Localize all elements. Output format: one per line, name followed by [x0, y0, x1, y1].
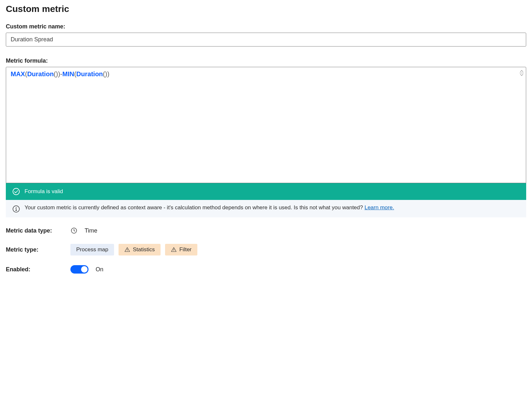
enabled-toggle[interactable]	[70, 265, 89, 274]
learn-more-link[interactable]: Learn more.	[364, 204, 394, 211]
metric-name-input[interactable]	[6, 33, 526, 47]
token-paren: ()	[54, 70, 58, 78]
formula-section: Metric formula: MAX(Duration())-MIN(Dura…	[6, 57, 526, 217]
enabled-row: Enabled: On	[6, 265, 526, 274]
status-text: Formula is valid	[25, 188, 63, 195]
formula-editor[interactable]: MAX(Duration())-MIN(Duration())	[6, 67, 526, 183]
info-icon	[12, 205, 20, 213]
enabled-label: Enabled:	[6, 266, 70, 273]
data-type-row: Metric data type: Time	[6, 227, 526, 234]
metric-type-row: Metric type: Process map Statistics Filt…	[6, 244, 526, 255]
toggle-knob	[81, 266, 88, 273]
warning-icon	[124, 247, 130, 253]
chip-filter[interactable]: Filter	[165, 244, 197, 255]
token-func-min: MIN	[62, 70, 74, 78]
svg-point-0	[13, 188, 19, 195]
metric-type-label: Metric type:	[6, 246, 70, 253]
svg-point-5	[127, 251, 128, 251]
chip-label: Statistics	[133, 246, 155, 253]
svg-point-7	[173, 251, 174, 251]
enabled-text: On	[96, 266, 103, 273]
data-type-value: Time	[85, 227, 97, 234]
token-ident-duration: Duration	[76, 70, 103, 78]
name-section: Custom metric name:	[6, 23, 526, 47]
formula-content: MAX(Duration())-MIN(Duration())	[11, 70, 521, 78]
info-bar: Your custom metric is currently defined …	[6, 200, 526, 217]
formula-label: Metric formula:	[6, 57, 526, 64]
token-paren: ()	[103, 70, 107, 78]
chip-label: Process map	[76, 246, 108, 253]
chip-label: Filter	[179, 246, 192, 253]
chip-process-map[interactable]: Process map	[70, 244, 114, 255]
metric-type-chips: Process map Statistics Filter	[70, 244, 197, 255]
token-op-minus: -	[60, 70, 62, 78]
svg-point-2	[16, 207, 16, 208]
data-type-label: Metric data type:	[6, 227, 70, 234]
info-text-wrap: Your custom metric is currently defined …	[25, 204, 394, 211]
check-circle-icon	[12, 188, 20, 195]
status-bar: Formula is valid	[6, 183, 526, 200]
resize-handle-icon[interactable]	[519, 70, 524, 77]
chip-statistics[interactable]: Statistics	[119, 244, 161, 255]
clock-icon	[70, 227, 78, 234]
info-text: Your custom metric is currently defined …	[25, 204, 363, 211]
token-paren: )	[107, 70, 110, 78]
token-ident-duration: Duration	[27, 70, 54, 78]
page-title: Custom metric	[6, 4, 526, 14]
name-label: Custom metric name:	[6, 23, 526, 30]
warning-icon	[171, 247, 177, 253]
token-func-max: MAX	[11, 70, 25, 78]
